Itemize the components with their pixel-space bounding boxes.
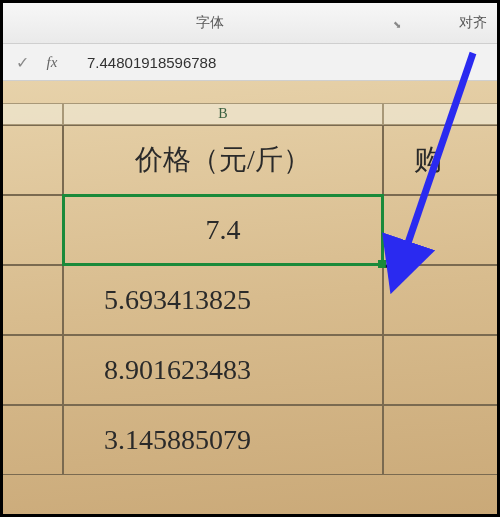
cell-b5[interactable]: 3.145885079 xyxy=(63,405,383,475)
grid: B 价格（元/斤） 购 7.4 + 5.693413825 xyxy=(3,103,497,475)
formula-input[interactable] xyxy=(67,54,493,71)
column-header-b[interactable]: B xyxy=(63,103,383,125)
cell-a4[interactable] xyxy=(3,335,63,405)
ribbon-group-font: 字体 ⬊ xyxy=(13,14,407,32)
cell-c2[interactable] xyxy=(383,195,497,265)
table-row: 7.4 + xyxy=(3,195,497,265)
cell-c5[interactable] xyxy=(383,405,497,475)
fill-handle[interactable] xyxy=(378,260,386,268)
ribbon-group-alignment: 对齐 xyxy=(407,14,487,32)
cell-c4[interactable] xyxy=(383,335,497,405)
column-header-a[interactable] xyxy=(3,103,63,125)
cell-a5[interactable] xyxy=(3,405,63,475)
ribbon-bar: 字体 ⬊ 对齐 xyxy=(3,3,497,43)
font-dialog-launcher-icon[interactable]: ⬊ xyxy=(393,19,401,30)
cell-b1[interactable]: 价格（元/斤） xyxy=(63,125,383,195)
cell-c1[interactable]: 购 xyxy=(383,125,497,195)
table-row: 8.901623483 xyxy=(3,335,497,405)
formula-confirm-icon[interactable]: ✓ xyxy=(7,53,37,72)
header-row: 价格（元/斤） 购 xyxy=(3,125,497,195)
screenshot-frame: 字体 ⬊ 对齐 ✓ fx B 价格（元/斤） 购 xyxy=(0,0,500,517)
cell-a2[interactable] xyxy=(3,195,63,265)
cell-b2-selected[interactable]: 7.4 + xyxy=(63,195,383,265)
table-row: 3.145885079 xyxy=(3,405,497,475)
formula-bar: ✓ fx xyxy=(3,43,497,81)
cell-a3[interactable] xyxy=(3,265,63,335)
table-row: 5.693413825 xyxy=(3,265,497,335)
cell-c3[interactable] xyxy=(383,265,497,335)
column-header-c[interactable] xyxy=(383,103,497,125)
ribbon-group-font-label: 字体 xyxy=(196,15,224,30)
cell-b2-value: 7.4 xyxy=(206,214,241,246)
cell-a1[interactable] xyxy=(3,125,63,195)
ribbon-group-alignment-label: 对齐 xyxy=(459,15,487,30)
cell-b4[interactable]: 8.901623483 xyxy=(63,335,383,405)
insert-function-button[interactable]: fx xyxy=(37,54,67,71)
column-headers-row: B xyxy=(3,103,497,125)
cell-b3[interactable]: 5.693413825 xyxy=(63,265,383,335)
worksheet-area[interactable]: B 价格（元/斤） 购 7.4 + 5.693413825 xyxy=(3,81,497,514)
